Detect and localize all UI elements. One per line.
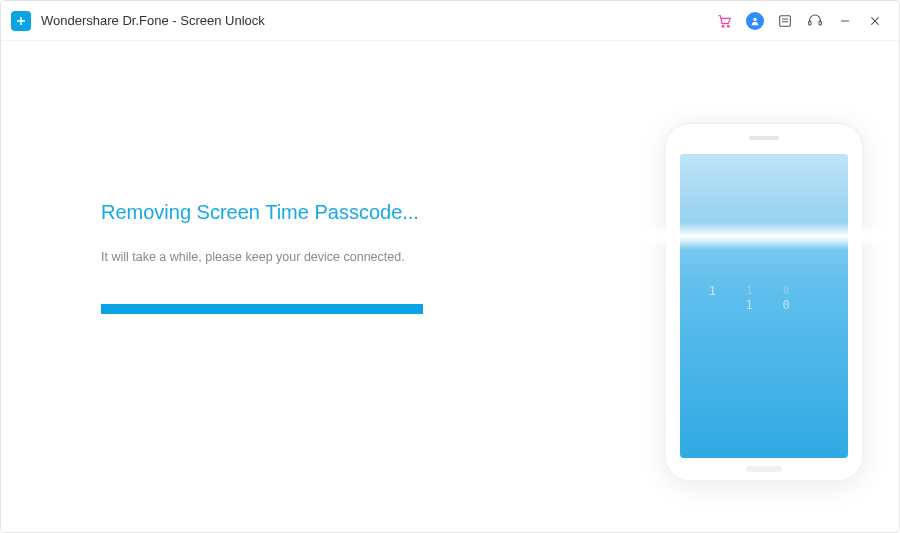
right-panel: 1 11 00 xyxy=(629,41,899,532)
phone-illustration: 1 11 00 xyxy=(664,122,864,482)
feedback-icon[interactable] xyxy=(771,7,799,35)
close-button[interactable] xyxy=(861,7,889,35)
svg-point-2 xyxy=(722,25,724,27)
status-subtext: It will take a while, please keep your d… xyxy=(101,250,629,264)
content-area: Removing Screen Time Passcode... It will… xyxy=(1,41,899,532)
progress-bar xyxy=(101,304,561,314)
titlebar: Wondershare Dr.Fone - Screen Unlock xyxy=(1,1,899,41)
minimize-button[interactable] xyxy=(831,7,859,35)
app-logo-icon xyxy=(11,11,31,31)
account-icon[interactable] xyxy=(741,7,769,35)
progress-fill xyxy=(101,304,423,314)
svg-point-4 xyxy=(753,17,756,20)
app-title: Wondershare Dr.Fone - Screen Unlock xyxy=(41,13,265,28)
phone-digits: 1 11 00 xyxy=(680,284,848,324)
app-window: Wondershare Dr.Fone - Screen Unlock xyxy=(0,0,900,533)
left-panel: Removing Screen Time Passcode... It will… xyxy=(1,41,629,532)
support-icon[interactable] xyxy=(801,7,829,35)
scanline-effect xyxy=(634,222,894,250)
phone-screen-header xyxy=(680,154,848,232)
svg-point-3 xyxy=(727,25,729,27)
svg-rect-5 xyxy=(780,15,791,26)
status-heading: Removing Screen Time Passcode... xyxy=(101,201,629,224)
phone-screen: 1 11 00 xyxy=(680,154,848,458)
cart-icon[interactable] xyxy=(711,7,739,35)
